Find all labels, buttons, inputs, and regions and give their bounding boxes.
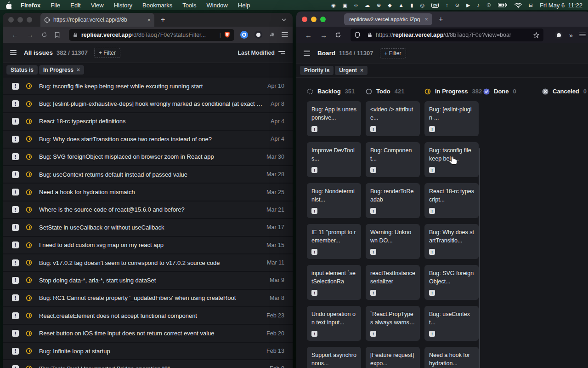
minimize-window-button[interactable] xyxy=(17,17,23,23)
app-menu-icon[interactable] xyxy=(304,51,310,56)
back-button[interactable]: ← xyxy=(305,31,312,39)
board-card[interactable]: Warning: Unknown DO... ! xyxy=(366,224,420,259)
board-card[interactable]: `React.PropTypes always warns ab ! xyxy=(366,306,420,341)
window-controls[interactable] xyxy=(8,17,32,23)
issue-row[interactable]: ! I need to add custom svg map on my rea… xyxy=(3,237,293,254)
menubar-menu-edit[interactable]: Edit xyxy=(70,2,80,9)
upload-icon[interactable]: ↑ xyxy=(446,3,448,8)
issue-row[interactable]: ! Bug: RC1 Cannot create property '_upda… xyxy=(3,290,293,307)
display-mirror-icon[interactable]: ▣ xyxy=(343,3,347,8)
calendar-icon[interactable]: 29 xyxy=(431,3,439,8)
cloud-icon[interactable]: ☁ xyxy=(365,3,370,8)
menubar-clock[interactable]: Fri May 6 11:22 xyxy=(540,2,582,9)
menubar-menu-window[interactable]: Window xyxy=(207,2,228,9)
close-tab-icon[interactable]: × xyxy=(147,17,151,23)
forward-button[interactable]: → xyxy=(320,31,327,39)
new-tab-button[interactable]: + xyxy=(161,16,165,24)
sort-label[interactable]: Last Modified xyxy=(237,50,275,56)
sync-loop-icon[interactable]: ∞ xyxy=(354,3,358,8)
issue-row[interactable]: ! [DevTools Bug] Unsupported Bridge oper… xyxy=(3,360,293,368)
board-card[interactable]: Bug: renderToReadab ! xyxy=(366,183,420,218)
issue-row[interactable]: ! React 18-rc typescript definitions Apr… xyxy=(3,113,293,131)
minimize-window-button[interactable] xyxy=(311,17,317,22)
zoom-window-button[interactable] xyxy=(320,17,326,22)
wifi-icon[interactable] xyxy=(514,2,522,8)
browser-tab[interactable]: https://repliear.vercel.app/d/8b × xyxy=(40,13,154,27)
board-card[interactable]: Bug: App is unresponsive... ! xyxy=(307,101,361,136)
issue-row[interactable]: ! Bug: SVG foreignObject misplaced on br… xyxy=(3,149,293,166)
issue-row[interactable]: ! Bug: Why does startTransition cause tw… xyxy=(3,131,293,148)
browser-tab[interactable]: replidraw2.vercel.app/d/c-iZpq × xyxy=(344,13,432,25)
issue-row[interactable]: ! Reset button on iOS time input does no… xyxy=(3,325,293,342)
close-tab-icon[interactable]: × xyxy=(424,16,428,23)
board-card[interactable]: IE 11 "prompt to remember... ! xyxy=(307,224,361,259)
board-card[interactable]: [Feature request] expo... ! xyxy=(366,347,420,368)
zoom-window-button[interactable] xyxy=(27,17,32,23)
column-scrollbar[interactable] xyxy=(479,148,480,368)
notification-icon[interactable]: ☉ xyxy=(486,3,491,8)
tracking-shield-icon[interactable] xyxy=(355,32,360,38)
board-card[interactable]: Undo operation on text input... ! xyxy=(307,306,361,341)
extensions-puzzle-icon[interactable] xyxy=(269,32,275,38)
browser-menu-icon[interactable] xyxy=(282,32,288,37)
issue-row[interactable]: ! Where is the source code of react@15.6… xyxy=(3,201,293,219)
reload-button[interactable] xyxy=(41,32,47,38)
bookmark-star-icon[interactable] xyxy=(533,32,539,38)
issue-row[interactable]: ! Bug: tsconfig file keep being reset wh… xyxy=(3,78,293,95)
board-card[interactable]: Bug: [eslint-plugin-... ! xyxy=(424,101,479,136)
menubar-menu-tools[interactable]: Tools xyxy=(182,2,196,9)
new-tab-button[interactable]: + xyxy=(439,15,443,23)
menubar-menu-file[interactable]: File xyxy=(51,2,60,9)
board-card[interactable]: Support asynchronous... ! xyxy=(307,347,361,368)
issue-row[interactable]: ! SetState in useCallback or without use… xyxy=(3,219,293,236)
screen-record-icon[interactable]: ◉ xyxy=(331,3,336,8)
add-filter-button[interactable]: + Filter xyxy=(94,48,120,58)
board-card[interactable]: Bug: tsconfig file keep bein... ! xyxy=(424,142,479,177)
menubar-app-name[interactable]: Firefox xyxy=(21,2,40,9)
remove-filter-icon[interactable]: × xyxy=(77,67,80,73)
remove-filter-icon[interactable]: × xyxy=(360,67,363,74)
board-card[interactable]: Improve DevTools... ! xyxy=(307,142,361,177)
user-switch-icon[interactable]: ⊟ xyxy=(529,3,533,8)
reload-button[interactable] xyxy=(335,32,341,38)
board-card[interactable]: Bug: useContext... ! xyxy=(424,306,479,341)
apple-menu-icon[interactable] xyxy=(6,1,12,9)
board-card[interactable]: React 18-rc typescript... ! xyxy=(424,183,479,218)
close-window-button[interactable] xyxy=(302,17,307,22)
board-card[interactable]: reactTestInstance serializer ! xyxy=(366,265,420,300)
menubar-menu-history[interactable]: History xyxy=(114,2,132,9)
board-card[interactable]: Bug: Nondeterminist... ! xyxy=(307,183,361,218)
url-bar[interactable]: repliear.vercel.app /d/8bTaoq7F0e?status… xyxy=(69,29,234,41)
menubar-menu-view[interactable]: View xyxy=(91,2,104,9)
issue-row[interactable]: ! Bug: useContext returns default instea… xyxy=(3,166,293,184)
bookmark-icon[interactable] xyxy=(55,32,60,38)
app-menu-icon[interactable] xyxy=(10,50,17,55)
docker-icon[interactable]: ⊕ xyxy=(377,3,381,8)
board-card[interactable]: <video /> attribute... ! xyxy=(366,101,420,136)
issue-row[interactable]: ! Bug: Infinite loop at startup Feb 13 xyxy=(3,343,293,360)
brave-shield-icon[interactable] xyxy=(224,31,230,38)
power-menu-icon[interactable]: ⊙ xyxy=(455,3,459,8)
board-card[interactable]: Bug: SVG foreignObject... ! xyxy=(424,265,479,300)
board-card[interactable]: Bug: Component... ! xyxy=(366,142,420,177)
filter-value-chip[interactable]: In Progress × xyxy=(39,65,84,75)
dropbox-icon[interactable]: ◆ xyxy=(388,3,391,8)
issue-row[interactable]: ! Stop doing data-*, aria-*, start using… xyxy=(3,272,293,289)
board-card[interactable]: input element `setSelectionRa ! xyxy=(307,265,361,300)
browser-menu-icon[interactable] xyxy=(579,33,586,38)
volume-icon[interactable]: ♪ xyxy=(477,3,480,8)
onepassword-icon[interactable]: ◎ xyxy=(420,3,425,8)
battery-icon[interactable] xyxy=(498,3,508,7)
github-account-icon[interactable] xyxy=(555,31,563,39)
warp-icon[interactable]: ▲ xyxy=(399,3,404,8)
stats-bars-icon[interactable]: ▮ xyxy=(411,3,413,8)
url-bar[interactable]: https://repliear.vercel.app/d/8bTaoq7F0e… xyxy=(351,29,543,41)
issue-row[interactable]: ! React.createElement does not accept fu… xyxy=(3,307,293,325)
filter-value-chip[interactable]: Urgent × xyxy=(335,66,368,75)
board-card[interactable]: Need a hook for hydration... ! xyxy=(424,347,479,368)
issue-row[interactable]: ! Bug: [eslint-plugin-exhaustive-deps] h… xyxy=(3,95,293,113)
add-filter-button[interactable]: + Filter xyxy=(380,48,406,58)
onepassword-extension-icon[interactable] xyxy=(240,31,248,39)
window-controls[interactable] xyxy=(302,17,326,22)
play-icon[interactable]: ▶ xyxy=(466,3,470,8)
